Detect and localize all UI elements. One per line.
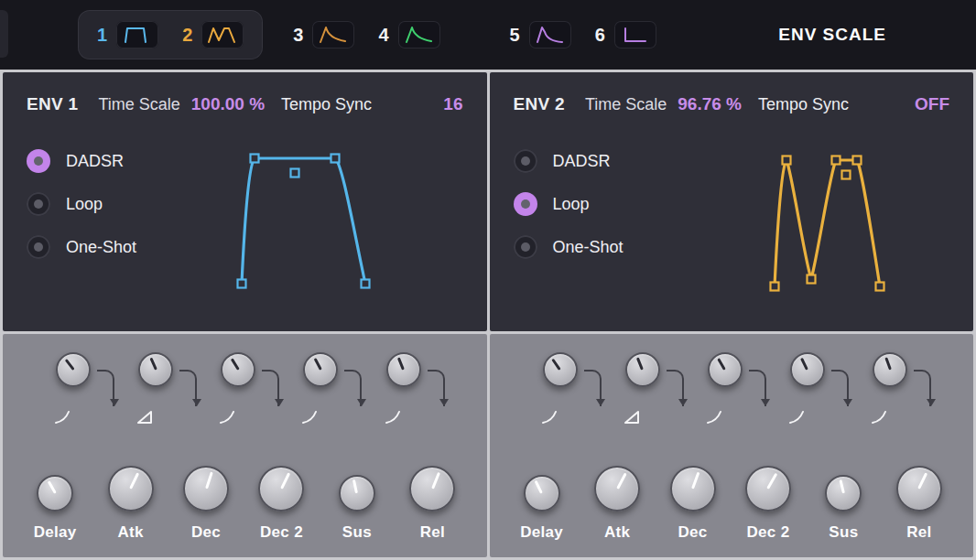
mod-arrow-icon	[344, 370, 362, 406]
envelope-knob[interactable]	[258, 466, 304, 512]
knob-pointer	[717, 358, 726, 371]
envelope-knob[interactable]	[37, 475, 73, 512]
envelope-knob[interactable]	[183, 466, 229, 512]
tab-4-wave-box	[398, 21, 440, 48]
knob-label: Dec 2	[747, 523, 790, 542]
curve-knob[interactable]	[790, 352, 825, 387]
curve-knob[interactable]	[708, 352, 743, 387]
curve-shape-icon	[622, 409, 642, 425]
tab-6-number: 6	[595, 25, 605, 46]
knob-pointer	[129, 472, 139, 489]
dadsr-radio[interactable]	[514, 149, 537, 173]
knob-pointer	[551, 359, 560, 371]
tab-env-3[interactable]: 3	[293, 21, 354, 48]
knob-unit: Atk	[580, 466, 655, 542]
tab-2-wave-box	[201, 21, 244, 48]
envelope-knob[interactable]	[409, 466, 455, 512]
env1-mode-list: DADSR Loop One-Shot	[27, 142, 197, 305]
env1-time-scale-label: Time Scale	[98, 95, 179, 114]
curve-knob[interactable]	[543, 352, 578, 387]
knob-unit: Sus	[320, 475, 395, 542]
mod-arrow-icon	[428, 370, 445, 406]
mode-option-loop[interactable]: Loop	[27, 192, 197, 216]
tab-env-4[interactable]: 4	[378, 21, 439, 48]
env1-tempo-sync-value[interactable]: 16	[443, 94, 462, 114]
env1-body: DADSR Loop One-Shot	[3, 114, 487, 305]
curve-knob[interactable]	[221, 352, 255, 387]
envelope-knob[interactable]	[896, 466, 942, 512]
env1-tempo-sync-label: Tempo Sync	[281, 95, 372, 114]
mod-arrow-icon	[262, 370, 279, 406]
curve-knob[interactable]	[625, 352, 660, 387]
envelope-knob[interactable]	[745, 466, 791, 512]
env1-time-scale-value[interactable]: 100.00 %	[191, 94, 265, 114]
knob-pointer	[535, 480, 543, 494]
envelope-knob[interactable]	[339, 475, 375, 512]
knob-unit: Dec	[655, 466, 730, 542]
curve-shape-icon	[869, 409, 889, 425]
loop-label: Loop	[553, 195, 590, 214]
knob-pointer	[47, 480, 56, 493]
curve-shape-icon	[383, 409, 403, 425]
env2-envelope-curve[interactable]	[701, 142, 949, 305]
loop-radio[interactable]	[27, 192, 50, 216]
knob-pointer	[767, 473, 778, 490]
curve-knob[interactable]	[138, 352, 173, 387]
loop-label: Loop	[66, 195, 103, 214]
curve-shape-icon	[135, 409, 155, 425]
knob-label: Dec 2	[260, 523, 303, 542]
curve-stage	[693, 349, 768, 446]
env1-header: ENV 1 Time Scale 100.00 % Tempo Sync 16	[3, 72, 487, 114]
mode-option-dadsr[interactable]: DADSR	[27, 149, 197, 173]
envelope-knob[interactable]	[670, 466, 716, 512]
mod-arrow-icon	[914, 370, 931, 406]
mode-option-dadsr[interactable]: DADSR	[514, 149, 684, 173]
env-3-wave-icon	[317, 25, 350, 45]
knob-unit: Sus	[806, 475, 881, 542]
curve-knob[interactable]	[303, 352, 338, 387]
knob-unit: Dec 2	[244, 466, 319, 542]
tab-1-wave-box	[116, 21, 158, 48]
envelope-knob[interactable]	[825, 475, 862, 512]
env2-time-scale-value[interactable]: 96.76 %	[678, 94, 742, 114]
tab-env-5[interactable]: 5	[510, 21, 571, 48]
mode-option-one-shot[interactable]: One-Shot	[27, 235, 197, 259]
env-scale-label: ENV SCALE	[778, 25, 886, 45]
curve-shape-icon	[217, 409, 237, 425]
tab-env-6[interactable]: 6	[595, 21, 656, 48]
tab-env-2[interactable]: 2	[182, 21, 244, 48]
mode-option-loop[interactable]: Loop	[514, 192, 684, 216]
knob-label: Atk	[604, 523, 630, 542]
envelope-knob[interactable]	[108, 466, 154, 512]
knob-unit: Delay	[504, 475, 580, 542]
env-4-wave-icon	[403, 25, 436, 45]
dadsr-label: DADSR	[66, 152, 124, 171]
one-shot-radio[interactable]	[27, 235, 50, 259]
knob-pointer	[231, 358, 240, 370]
mode-option-one-shot[interactable]: One-Shot	[514, 235, 684, 259]
env-6-wave-icon	[619, 25, 652, 45]
curve-knob[interactable]	[386, 352, 421, 387]
knob-label: Rel	[420, 523, 445, 542]
tab-5-number: 5	[510, 25, 520, 46]
dadsr-radio[interactable]	[27, 149, 50, 173]
knob-label: Sus	[342, 523, 372, 542]
curve-knob[interactable]	[56, 352, 91, 387]
curve-knob[interactable]	[873, 352, 907, 387]
one-shot-radio[interactable]	[514, 235, 537, 259]
env2-time-scale-label: Time Scale	[585, 95, 667, 114]
curve-shape-icon	[786, 409, 807, 425]
env2-tempo-sync-value[interactable]: OFF	[915, 94, 949, 114]
curve-stage	[611, 349, 686, 446]
knob-unit: Dec 2	[731, 466, 806, 542]
mod-arrow-icon	[749, 370, 766, 406]
tab-group-1-2: 1 2	[79, 11, 262, 59]
loop-radio[interactable]	[514, 192, 537, 216]
envelope-knob[interactable]	[594, 466, 640, 512]
env1-envelope-curve[interactable]	[214, 142, 461, 305]
knob-pointer	[149, 358, 157, 371]
envelope-knob[interactable]	[524, 475, 560, 512]
tab-3-wave-box	[312, 21, 354, 48]
knob-unit: Atk	[92, 466, 168, 542]
tab-env-1[interactable]: 1	[97, 21, 158, 48]
